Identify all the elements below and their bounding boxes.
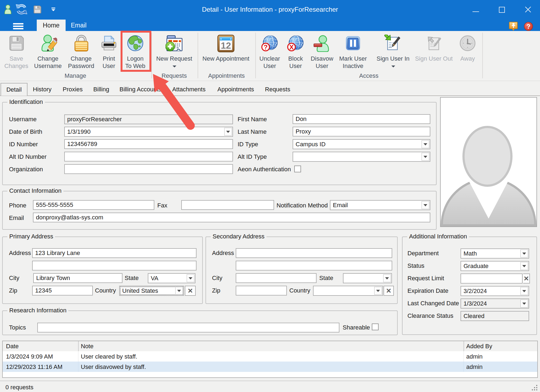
svg-text:X: X: [289, 43, 294, 51]
svg-text:?: ?: [526, 23, 530, 30]
svg-text:?: ?: [264, 43, 268, 51]
svg-text:12: 12: [221, 40, 231, 51]
